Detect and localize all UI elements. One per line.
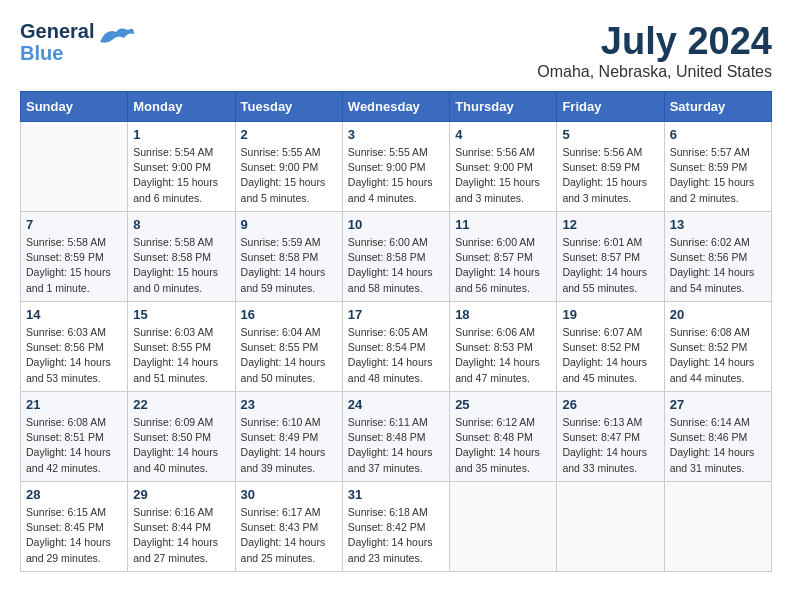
logo-general: General: [20, 20, 94, 42]
day-info: Sunrise: 6:02 AMSunset: 8:56 PMDaylight:…: [670, 235, 766, 296]
day-info: Sunrise: 5:55 AMSunset: 9:00 PMDaylight:…: [348, 145, 444, 206]
day-info: Sunrise: 5:58 AMSunset: 8:59 PMDaylight:…: [26, 235, 122, 296]
day-number: 16: [241, 307, 337, 322]
day-info: Sunrise: 5:55 AMSunset: 9:00 PMDaylight:…: [241, 145, 337, 206]
calendar-table: SundayMondayTuesdayWednesdayThursdayFrid…: [20, 91, 772, 572]
day-number: 22: [133, 397, 229, 412]
day-info: Sunrise: 6:15 AMSunset: 8:45 PMDaylight:…: [26, 505, 122, 566]
calendar-cell: 19Sunrise: 6:07 AMSunset: 8:52 PMDayligh…: [557, 302, 664, 392]
calendar-cell: 22Sunrise: 6:09 AMSunset: 8:50 PMDayligh…: [128, 392, 235, 482]
calendar-cell: 15Sunrise: 6:03 AMSunset: 8:55 PMDayligh…: [128, 302, 235, 392]
calendar-cell: 5Sunrise: 5:56 AMSunset: 8:59 PMDaylight…: [557, 122, 664, 212]
calendar-cell: 30Sunrise: 6:17 AMSunset: 8:43 PMDayligh…: [235, 482, 342, 572]
calendar-cell: 28Sunrise: 6:15 AMSunset: 8:45 PMDayligh…: [21, 482, 128, 572]
location-text: Omaha, Nebraska, United States: [537, 63, 772, 81]
day-info: Sunrise: 6:05 AMSunset: 8:54 PMDaylight:…: [348, 325, 444, 386]
day-number: 17: [348, 307, 444, 322]
calendar-cell: 14Sunrise: 6:03 AMSunset: 8:56 PMDayligh…: [21, 302, 128, 392]
day-info: Sunrise: 5:56 AMSunset: 8:59 PMDaylight:…: [562, 145, 658, 206]
day-info: Sunrise: 6:04 AMSunset: 8:55 PMDaylight:…: [241, 325, 337, 386]
logo-blue: Blue: [20, 42, 94, 64]
page-header: General Blue July 2024 Omaha, Nebraska, …: [20, 20, 772, 81]
day-info: Sunrise: 6:13 AMSunset: 8:47 PMDaylight:…: [562, 415, 658, 476]
day-number: 3: [348, 127, 444, 142]
calendar-cell: 13Sunrise: 6:02 AMSunset: 8:56 PMDayligh…: [664, 212, 771, 302]
weekday-header-row: SundayMondayTuesdayWednesdayThursdayFrid…: [21, 92, 772, 122]
weekday-header-friday: Friday: [557, 92, 664, 122]
calendar-week-3: 14Sunrise: 6:03 AMSunset: 8:56 PMDayligh…: [21, 302, 772, 392]
calendar-cell: 8Sunrise: 5:58 AMSunset: 8:58 PMDaylight…: [128, 212, 235, 302]
day-number: 25: [455, 397, 551, 412]
weekday-header-saturday: Saturday: [664, 92, 771, 122]
day-number: 20: [670, 307, 766, 322]
day-info: Sunrise: 6:03 AMSunset: 8:55 PMDaylight:…: [133, 325, 229, 386]
day-info: Sunrise: 6:14 AMSunset: 8:46 PMDaylight:…: [670, 415, 766, 476]
calendar-cell: 24Sunrise: 6:11 AMSunset: 8:48 PMDayligh…: [342, 392, 449, 482]
day-info: Sunrise: 6:08 AMSunset: 8:52 PMDaylight:…: [670, 325, 766, 386]
calendar-cell: 1Sunrise: 5:54 AMSunset: 9:00 PMDaylight…: [128, 122, 235, 212]
weekday-header-thursday: Thursday: [450, 92, 557, 122]
calendar-cell: 2Sunrise: 5:55 AMSunset: 9:00 PMDaylight…: [235, 122, 342, 212]
calendar-cell: 9Sunrise: 5:59 AMSunset: 8:58 PMDaylight…: [235, 212, 342, 302]
month-title: July 2024: [537, 20, 772, 63]
day-number: 10: [348, 217, 444, 232]
day-info: Sunrise: 5:57 AMSunset: 8:59 PMDaylight:…: [670, 145, 766, 206]
calendar-week-5: 28Sunrise: 6:15 AMSunset: 8:45 PMDayligh…: [21, 482, 772, 572]
day-number: 31: [348, 487, 444, 502]
day-info: Sunrise: 6:18 AMSunset: 8:42 PMDaylight:…: [348, 505, 444, 566]
calendar-week-4: 21Sunrise: 6:08 AMSunset: 8:51 PMDayligh…: [21, 392, 772, 482]
day-info: Sunrise: 6:07 AMSunset: 8:52 PMDaylight:…: [562, 325, 658, 386]
day-number: 4: [455, 127, 551, 142]
day-number: 6: [670, 127, 766, 142]
calendar-cell: 16Sunrise: 6:04 AMSunset: 8:55 PMDayligh…: [235, 302, 342, 392]
day-number: 7: [26, 217, 122, 232]
day-number: 13: [670, 217, 766, 232]
day-info: Sunrise: 6:10 AMSunset: 8:49 PMDaylight:…: [241, 415, 337, 476]
day-number: 14: [26, 307, 122, 322]
day-number: 27: [670, 397, 766, 412]
day-info: Sunrise: 5:59 AMSunset: 8:58 PMDaylight:…: [241, 235, 337, 296]
calendar-cell: 27Sunrise: 6:14 AMSunset: 8:46 PMDayligh…: [664, 392, 771, 482]
calendar-cell: [557, 482, 664, 572]
calendar-cell: 25Sunrise: 6:12 AMSunset: 8:48 PMDayligh…: [450, 392, 557, 482]
day-number: 28: [26, 487, 122, 502]
title-section: July 2024 Omaha, Nebraska, United States: [537, 20, 772, 81]
calendar-cell: 26Sunrise: 6:13 AMSunset: 8:47 PMDayligh…: [557, 392, 664, 482]
day-info: Sunrise: 6:00 AMSunset: 8:58 PMDaylight:…: [348, 235, 444, 296]
day-number: 23: [241, 397, 337, 412]
day-info: Sunrise: 5:58 AMSunset: 8:58 PMDaylight:…: [133, 235, 229, 296]
calendar-cell: 6Sunrise: 5:57 AMSunset: 8:59 PMDaylight…: [664, 122, 771, 212]
day-number: 12: [562, 217, 658, 232]
logo: General Blue: [20, 20, 136, 64]
calendar-week-1: 1Sunrise: 5:54 AMSunset: 9:00 PMDaylight…: [21, 122, 772, 212]
day-number: 8: [133, 217, 229, 232]
day-number: 21: [26, 397, 122, 412]
calendar-cell: 12Sunrise: 6:01 AMSunset: 8:57 PMDayligh…: [557, 212, 664, 302]
calendar-week-2: 7Sunrise: 5:58 AMSunset: 8:59 PMDaylight…: [21, 212, 772, 302]
day-number: 5: [562, 127, 658, 142]
day-info: Sunrise: 6:06 AMSunset: 8:53 PMDaylight:…: [455, 325, 551, 386]
calendar-cell: 3Sunrise: 5:55 AMSunset: 9:00 PMDaylight…: [342, 122, 449, 212]
weekday-header-monday: Monday: [128, 92, 235, 122]
calendar-cell: 17Sunrise: 6:05 AMSunset: 8:54 PMDayligh…: [342, 302, 449, 392]
weekday-header-wednesday: Wednesday: [342, 92, 449, 122]
day-number: 11: [455, 217, 551, 232]
weekday-header-tuesday: Tuesday: [235, 92, 342, 122]
day-info: Sunrise: 6:16 AMSunset: 8:44 PMDaylight:…: [133, 505, 229, 566]
day-number: 29: [133, 487, 229, 502]
calendar-cell: 10Sunrise: 6:00 AMSunset: 8:58 PMDayligh…: [342, 212, 449, 302]
day-info: Sunrise: 6:17 AMSunset: 8:43 PMDaylight:…: [241, 505, 337, 566]
day-info: Sunrise: 6:12 AMSunset: 8:48 PMDaylight:…: [455, 415, 551, 476]
calendar-cell: 7Sunrise: 5:58 AMSunset: 8:59 PMDaylight…: [21, 212, 128, 302]
calendar-cell: 4Sunrise: 5:56 AMSunset: 9:00 PMDaylight…: [450, 122, 557, 212]
calendar-cell: 31Sunrise: 6:18 AMSunset: 8:42 PMDayligh…: [342, 482, 449, 572]
day-info: Sunrise: 6:11 AMSunset: 8:48 PMDaylight:…: [348, 415, 444, 476]
calendar-cell: 21Sunrise: 6:08 AMSunset: 8:51 PMDayligh…: [21, 392, 128, 482]
day-number: 26: [562, 397, 658, 412]
day-info: Sunrise: 6:00 AMSunset: 8:57 PMDaylight:…: [455, 235, 551, 296]
day-number: 1: [133, 127, 229, 142]
day-info: Sunrise: 5:56 AMSunset: 9:00 PMDaylight:…: [455, 145, 551, 206]
day-number: 15: [133, 307, 229, 322]
day-number: 18: [455, 307, 551, 322]
calendar-cell: [450, 482, 557, 572]
